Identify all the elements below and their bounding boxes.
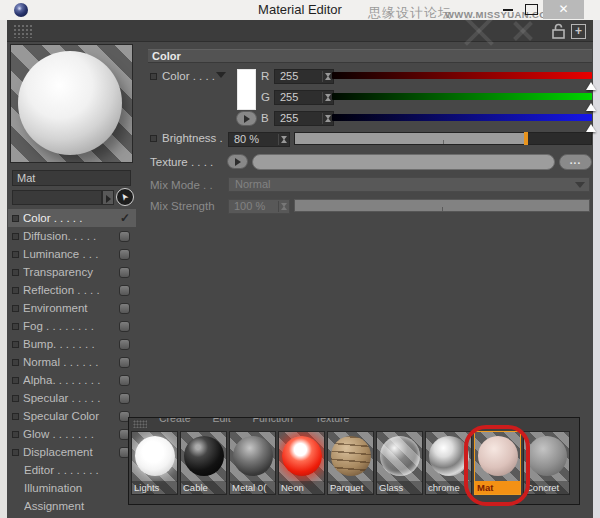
editor-toolbar: + (7, 20, 593, 42)
channel-checkbox[interactable] (12, 287, 19, 294)
material-tile-neon[interactable]: Neon (278, 431, 325, 495)
preview-type-combo[interactable] (12, 190, 102, 205)
texture-field[interactable] (252, 154, 555, 170)
channel-item-displacement[interactable]: Displacement (8, 443, 136, 461)
channel-item-assignment[interactable]: Assignment (8, 497, 136, 515)
spinner-icon[interactable] (322, 92, 332, 103)
mix-mode-dropdown[interactable]: Normal (228, 177, 590, 192)
material-name-label: Concret (524, 481, 569, 494)
spinner-icon[interactable] (322, 113, 332, 124)
channel-checkbox[interactable] (12, 413, 19, 420)
channel-item-diffusion[interactable]: Diffusion. . . . . (8, 227, 136, 245)
material-menu-texture[interactable]: Texture (315, 418, 349, 424)
material-menu-function[interactable]: Function (253, 418, 293, 424)
texture-arrow-button[interactable] (227, 154, 248, 169)
slider-triangle-handle[interactable] (586, 98, 596, 111)
green-gradient-slider[interactable] (332, 93, 592, 100)
channel-item-normal[interactable]: Normal . . . . . . (8, 353, 136, 371)
channel-checkbox[interactable] (12, 341, 19, 348)
channel-checkbox[interactable] (12, 233, 19, 240)
mix-strength-value[interactable]: 100 % (228, 199, 290, 214)
material-tile-lights[interactable]: Lights (131, 431, 178, 495)
channel-checkbox[interactable] (12, 395, 19, 402)
channel-checkbox[interactable] (12, 377, 19, 384)
channel-state-button[interactable] (119, 285, 130, 296)
titlebar[interactable]: Material Editor 思缘设计论坛 WWW.MISSYUAN.COM … (0, 0, 600, 20)
material-tile-parquet[interactable]: Parquet (327, 431, 374, 495)
material-menu-edit[interactable]: Edit (213, 418, 231, 424)
red-gradient-slider[interactable] (332, 72, 592, 79)
material-preview[interactable] (10, 44, 133, 163)
color-dropdown-icon[interactable] (216, 72, 226, 83)
channel-state-button[interactable] (119, 321, 130, 332)
channel-state-button[interactable] (119, 393, 130, 404)
channel-item-glow[interactable]: Glow . . . . . . . (8, 425, 136, 443)
blue-gradient-slider[interactable] (332, 114, 592, 121)
material-tile-mat[interactable]: Mat (474, 431, 521, 495)
material-tile-glass[interactable]: Glass (376, 431, 423, 495)
slider-triangle-handle[interactable] (586, 77, 596, 90)
texture-browse-button[interactable]: ... (559, 154, 592, 170)
rgb-value-r[interactable]: 255 (274, 69, 334, 84)
channel-checkbox[interactable] (12, 269, 19, 276)
channel-checkbox[interactable] (12, 431, 19, 438)
spinner-icon[interactable] (278, 134, 288, 145)
brightness-value[interactable]: 80 % (228, 132, 290, 147)
channel-item-editor[interactable]: Editor . . . . . . . (8, 461, 136, 479)
channel-label: Bump. . . . . . . (23, 338, 119, 350)
brightness-checkbox[interactable] (150, 135, 157, 142)
channel-item-specular[interactable]: Specular . . . . . (8, 389, 136, 407)
channel-item-alpha[interactable]: Alpha. . . . . . . . (8, 371, 136, 389)
channel-item-luminance[interactable]: Luminance . . . (8, 245, 136, 263)
channel-state-button[interactable] (119, 303, 130, 314)
material-tile-cable[interactable]: Cable (180, 431, 227, 495)
expand-arrow-button[interactable] (236, 111, 257, 126)
spinner-icon[interactable] (322, 71, 332, 82)
spinner-icon[interactable] (278, 201, 288, 212)
channel-checkbox[interactable] (12, 305, 19, 312)
pick-cursor-button[interactable]: ➤ (116, 188, 134, 206)
slider-tick (443, 140, 444, 144)
channel-item-illumination[interactable]: Illumination (8, 479, 136, 497)
channel-item-bump[interactable]: Bump. . . . . . . (8, 335, 136, 353)
channel-item-reflection[interactable]: Reflection . . . . (8, 281, 136, 299)
color-enable-checkbox[interactable] (150, 73, 157, 80)
material-tile-metal[interactable]: Metal 0( (229, 431, 276, 495)
brightness-slider-handle[interactable] (524, 132, 528, 145)
rgb-value-g[interactable]: 255 (274, 90, 334, 105)
channel-checkbox[interactable] (12, 449, 19, 456)
color-label: Color . . . . (162, 70, 215, 82)
material-name-input[interactable] (12, 170, 131, 186)
close-button[interactable]: ✕ (543, 0, 584, 19)
channel-state-button[interactable] (119, 375, 130, 386)
add-icon[interactable]: + (571, 24, 586, 39)
maximize-button[interactable] (521, 0, 541, 18)
minimize-button[interactable] (498, 0, 518, 18)
rgb-value-b[interactable]: 255 (274, 111, 334, 126)
color-swatch[interactable] (237, 69, 256, 110)
channel-item-specular-color[interactable]: Specular Color (8, 407, 136, 425)
material-tile-concret[interactable]: Concret (523, 431, 570, 495)
channel-checkbox[interactable] (12, 251, 19, 258)
channel-state-button[interactable] (119, 267, 130, 278)
lock-icon[interactable] (552, 23, 565, 39)
material-sphere (429, 436, 469, 476)
channel-item-transparency[interactable]: Transparency (8, 263, 136, 281)
channel-checkbox[interactable] (12, 323, 19, 330)
channel-state-button[interactable] (119, 249, 130, 260)
channel-checkbox[interactable] (12, 215, 19, 222)
material-tile-chrome[interactable]: chrome (425, 431, 472, 495)
channel-checkbox[interactable] (12, 359, 19, 366)
slider-triangle-handle[interactable] (586, 119, 596, 132)
channel-item-fog[interactable]: Fog . . . . . . . . (8, 317, 136, 335)
channel-state-button[interactable] (119, 339, 130, 350)
material-menu-create[interactable]: Create (159, 418, 191, 424)
drag-grip-icon[interactable] (13, 24, 33, 38)
brightness-slider[interactable] (294, 132, 592, 145)
channel-state-button[interactable] (119, 357, 130, 368)
mix-strength-slider[interactable] (294, 199, 590, 212)
channel-item-environment[interactable]: Environment (8, 299, 136, 317)
channel-state-button[interactable] (119, 231, 130, 242)
channel-item-color[interactable]: Color . . . . .✓ (8, 209, 136, 227)
combo-arrow-icon[interactable] (102, 190, 114, 205)
